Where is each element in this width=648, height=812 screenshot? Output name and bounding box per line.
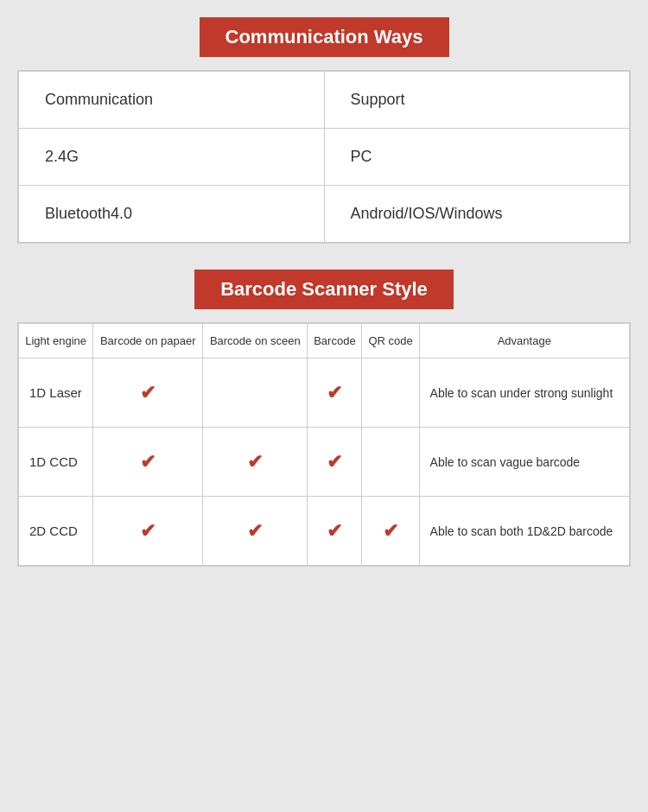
communication-title-wrapper: Communication Ways	[17, 17, 631, 57]
col-header-barcode: Barcode	[308, 324, 362, 358]
table-row: 2D CCD ✔ ✔ ✔ ✔ Able to scan both 1D&2D b…	[19, 497, 630, 566]
check-1dccd-barcode: ✔	[308, 428, 362, 497]
checkmark-icon: ✔	[327, 382, 342, 403]
col-header-advantage: Advantage	[419, 324, 629, 358]
table-row: 2.4G PC	[19, 129, 630, 186]
check-2dccd-screen: ✔	[203, 497, 308, 566]
communication-section: Communication Ways Communication Support…	[17, 17, 631, 244]
row-label-1d-laser: 1D Laser	[19, 358, 93, 428]
advantage-1dlaser: Able to scan under strong sunlight	[419, 358, 629, 428]
communication-table-container: Communication Support 2.4G PC Bluetooth4…	[17, 70, 631, 244]
table-row: Communication Support	[19, 72, 630, 129]
col-header-barcode-screen: Barcode on sceen	[203, 324, 308, 358]
comm-row2-col2: Android/IOS/Windows	[324, 186, 630, 243]
table-row: Bluetooth4.0 Android/IOS/Windows	[19, 186, 630, 243]
col-header-barcode-paper: Barcode on papaer	[93, 324, 203, 358]
check-1dlaser-paper: ✔	[93, 358, 203, 428]
comm-row1-col2: PC	[324, 129, 630, 186]
row-label-2d-ccd: 2D CCD	[19, 497, 93, 566]
advantage-1dccd: Able to scan vague barcode	[419, 428, 629, 497]
communication-table: Communication Support 2.4G PC Bluetooth4…	[18, 71, 630, 243]
barcode-title-wrapper: Barcode Scanner Style	[17, 270, 631, 309]
check-1dccd-paper: ✔	[93, 428, 203, 497]
comm-header-1: Communication	[19, 72, 325, 129]
check-2dccd-paper: ✔	[93, 497, 203, 566]
col-header-engine: Light engine	[19, 324, 93, 358]
barcode-table-container: Light engine Barcode on papaer Barcode o…	[17, 322, 631, 567]
check-1dlaser-qr	[362, 358, 419, 428]
checkmark-icon: ✔	[140, 382, 156, 403]
checkmark-icon: ✔	[327, 520, 342, 542]
comm-row2-col1: Bluetooth4.0	[19, 186, 325, 243]
check-1dccd-screen: ✔	[203, 428, 308, 497]
check-2dccd-barcode: ✔	[308, 497, 362, 566]
check-1dlaser-barcode: ✔	[308, 358, 362, 428]
barcode-title: Barcode Scanner Style	[194, 270, 454, 309]
checkmark-icon: ✔	[140, 451, 156, 473]
checkmark-icon: ✔	[247, 520, 263, 542]
check-2dccd-qr: ✔	[362, 497, 419, 566]
checkmark-icon: ✔	[247, 451, 263, 473]
table-header-row: Light engine Barcode on papaer Barcode o…	[19, 324, 630, 358]
row-label-1d-ccd: 1D CCD	[19, 428, 93, 497]
barcode-scanner-table: Light engine Barcode on papaer Barcode o…	[18, 323, 630, 566]
check-1dccd-qr	[362, 428, 419, 497]
check-1dlaser-screen	[203, 358, 308, 428]
comm-header-2: Support	[324, 72, 630, 129]
checkmark-icon: ✔	[327, 451, 342, 473]
table-row: 1D Laser ✔ ✔ Able to scan under strong s…	[19, 358, 630, 428]
checkmark-icon: ✔	[383, 520, 398, 542]
checkmark-icon: ✔	[140, 520, 156, 542]
barcode-section: Barcode Scanner Style Light engine Barco…	[17, 270, 631, 567]
table-row: 1D CCD ✔ ✔ ✔ Able to scan vague barcode	[19, 428, 630, 497]
communication-title: Communication Ways	[200, 17, 449, 57]
advantage-2dccd: Able to scan both 1D&2D barcode	[419, 497, 629, 566]
col-header-qr: QR code	[362, 324, 419, 358]
comm-row1-col1: 2.4G	[19, 129, 325, 186]
